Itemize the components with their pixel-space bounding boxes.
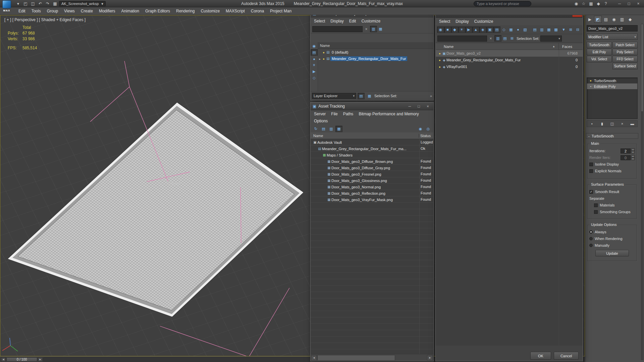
modifier-button[interactable]: Edit Poly bbox=[587, 49, 612, 55]
open-file-icon[interactable]: ◰ bbox=[22, 1, 29, 7]
scene-explorer-name-column-header[interactable]: Name bbox=[318, 42, 433, 49]
expand-all-icon[interactable]: ⊞ bbox=[567, 26, 574, 33]
workspace-selector[interactable]: AK_Screenshot_wrksp ▾ bbox=[59, 1, 106, 6]
menu-item[interactable]: MAXScript bbox=[223, 8, 248, 14]
filter-icon[interactable]: ▼ bbox=[560, 26, 567, 33]
menu-item[interactable]: Paths bbox=[340, 111, 356, 117]
display-geometry-icon[interactable]: ■ bbox=[444, 26, 451, 33]
minimize-icon[interactable]: ─ bbox=[406, 103, 413, 109]
Door_Mats_geo3_Diffuse_Gray.png[interactable]: ▦ Door_Mats_geo3_Diffuse_Gray.png Found bbox=[311, 165, 433, 171]
display-everything-icon[interactable]: ◉ bbox=[437, 26, 444, 33]
modifier-icon[interactable]: ▪ bbox=[588, 85, 593, 88]
menu-item[interactable]: Corona bbox=[248, 8, 267, 14]
hierarchy-tab-icon[interactable]: ▤ bbox=[602, 16, 610, 23]
utilities-tab-icon[interactable]: ◆ bbox=[626, 16, 634, 23]
menu-item[interactable]: Group bbox=[44, 8, 61, 14]
Autodesk Vault[interactable]: ▣ Autodesk Vault Logged bbox=[311, 139, 433, 145]
configure-modifier-sets-icon[interactable]: ▬ bbox=[629, 121, 635, 127]
menu-item[interactable]: File bbox=[328, 111, 340, 117]
display-shapes-icon[interactable]: ◆ bbox=[451, 26, 458, 33]
Door_Mats_geo3_VrayFur_Mask.png[interactable]: ▦ Door_Mats_geo3_VrayFur_Mask.png Found bbox=[311, 196, 433, 203]
show-end-result-icon[interactable]: ▮ bbox=[599, 121, 605, 127]
collapse-all-icon[interactable]: ⊟ bbox=[574, 26, 581, 33]
lock-explorer-icon[interactable]: ▤ bbox=[358, 93, 365, 99]
smooth-result-checkbox[interactable]: ✓ bbox=[589, 190, 593, 194]
application-menu-button[interactable]: MAX bbox=[1, 0, 13, 14]
Door_Mats_geo3_Reflection.png[interactable]: ▦ Door_Mats_geo3_Reflection.png Found bbox=[311, 190, 433, 196]
minimize-button[interactable]: ─ bbox=[615, 1, 624, 7]
layer-row[interactable]: ▤ 0 (default) bbox=[318, 49, 433, 55]
maximize-button[interactable]: □ bbox=[625, 1, 633, 7]
menu-item[interactable]: Create bbox=[78, 8, 96, 14]
scrollbar-thumb[interactable] bbox=[317, 355, 395, 361]
menu-item[interactable]: Views bbox=[61, 8, 78, 14]
visibility-bulb-icon[interactable] bbox=[322, 57, 326, 61]
display-containers-icon[interactable]: ▦ bbox=[507, 26, 515, 33]
find-object-input[interactable] bbox=[437, 36, 487, 42]
close-icon[interactable]: × bbox=[424, 103, 431, 109]
menu-item[interactable]: Select bbox=[436, 18, 453, 25]
smoothing-groups-checkbox[interactable] bbox=[594, 210, 598, 214]
time-slider-thumb[interactable]: 0 / 100 bbox=[6, 357, 37, 362]
display-tab-icon[interactable]: ▥ bbox=[618, 16, 626, 23]
redo-icon[interactable]: ↷ bbox=[44, 1, 51, 7]
menu-item[interactable]: Server bbox=[311, 111, 328, 117]
find-icon[interactable]: ▥ bbox=[494, 35, 501, 42]
explicit-normals-checkbox[interactable] bbox=[589, 169, 593, 173]
scroll-right-icon[interactable]: ► bbox=[427, 355, 433, 361]
filter-cameras-icon[interactable]: ▶ bbox=[311, 68, 318, 75]
iterations-field[interactable]: 2 bbox=[621, 148, 631, 154]
asset-horizontal-scrollbar[interactable]: ◄ ► bbox=[311, 354, 433, 361]
menu-item[interactable]: Edit bbox=[15, 8, 29, 14]
overflow-chevron-icon[interactable]: » bbox=[430, 94, 432, 98]
close-button[interactable]: × bbox=[634, 1, 643, 7]
modifier-stack-row[interactable]: ▪ Editable Poly bbox=[587, 83, 637, 89]
hierarchy-mode-icon[interactable]: ▦ bbox=[366, 93, 373, 99]
menu-item[interactable]: Animation bbox=[118, 8, 142, 14]
save-file-icon[interactable]: ◫ bbox=[30, 1, 36, 7]
render-iters-field[interactable]: 0 bbox=[621, 155, 631, 160]
sync-selection-icon[interactable]: ▩ bbox=[552, 26, 559, 33]
time-back-icon[interactable]: ◄ bbox=[1, 357, 6, 362]
explorer-mode-selector[interactable]: Layer Explorer ▾ bbox=[312, 93, 356, 99]
time-forward-icon[interactable]: ► bbox=[38, 357, 43, 362]
scrollbar-thumb[interactable] bbox=[641, 24, 643, 111]
filter-materials-icon[interactable]: ● bbox=[311, 56, 318, 62]
materials-checkbox[interactable] bbox=[594, 203, 598, 207]
remove-modifier-icon[interactable]: × bbox=[619, 121, 625, 127]
layer-row[interactable]: ▤ Meander_Grey_Rectangular_Door_Mats_Fur bbox=[318, 55, 433, 62]
display-bones-icon[interactable]: ◇ bbox=[500, 26, 507, 33]
Meander_Grey_Rectangular_Door_Mats_Fur[interactable]: ◈ Meander_Grey_Rectangular_Door_Mats_Fur… bbox=[436, 57, 583, 63]
filter-objects-icon[interactable]: ◉ bbox=[311, 43, 318, 49]
when-rendering-radio[interactable] bbox=[589, 237, 593, 240]
menu-item[interactable]: Options bbox=[311, 118, 330, 124]
maximize-icon[interactable]: □ bbox=[415, 103, 422, 109]
Meander_Grey_Rectangular_Door_Mats_Fur_ma...[interactable]: ▤ Meander_Grey_Rectangular_Door_Mats_Fur… bbox=[311, 145, 433, 152]
asset-table-header[interactable]: Name Status bbox=[311, 132, 433, 139]
spin-down-icon[interactable]: ▾ bbox=[631, 151, 635, 154]
modifier-button[interactable]: Poly Select bbox=[612, 49, 638, 55]
browse-icon[interactable]: ▤ bbox=[320, 126, 327, 132]
filter-helpers-icon[interactable]: ◇ bbox=[311, 75, 318, 81]
menu-item[interactable]: Bitmap Performance and Memory bbox=[356, 111, 421, 117]
Maps / Shaders[interactable]: ▩ Maps / Shaders bbox=[311, 152, 433, 158]
motion-tab-icon[interactable]: ◉ bbox=[610, 16, 618, 23]
modifier-button[interactable]: Patch Select bbox=[612, 42, 638, 48]
menu-item[interactable]: Customize bbox=[198, 8, 223, 14]
object-name-field[interactable]: Door_Mats_geo3_v2 bbox=[587, 25, 638, 32]
scroll-left-icon[interactable]: ◄ bbox=[311, 355, 317, 361]
menu-item[interactable]: Select bbox=[311, 18, 328, 24]
expand-icon[interactable] bbox=[318, 57, 322, 61]
modifier-button[interactable]: Surface Select bbox=[612, 63, 638, 69]
select-children-icon[interactable]: ▤ bbox=[501, 35, 508, 42]
menu-item[interactable]: Display bbox=[453, 18, 471, 25]
display-spacewarps-icon[interactable]: ◈ bbox=[479, 26, 486, 33]
Door_Mats_geo3_Diffuse_Brown.png[interactable]: ▦ Door_Mats_geo3_Diffuse_Brown.png Found bbox=[311, 158, 433, 165]
sign-in-icon[interactable]: ◉ bbox=[573, 1, 580, 7]
clear-search-icon[interactable]: × bbox=[488, 36, 493, 41]
menu-item[interactable]: Rendering bbox=[173, 8, 198, 14]
clear-search-icon[interactable]: × bbox=[364, 27, 369, 32]
refresh-status-icon[interactable]: ↻ bbox=[312, 126, 319, 132]
modifier-list-dropdown[interactable]: Modifier List ▾ bbox=[587, 34, 638, 40]
sync-explorer-icon[interactable]: ⊞ bbox=[508, 35, 516, 42]
